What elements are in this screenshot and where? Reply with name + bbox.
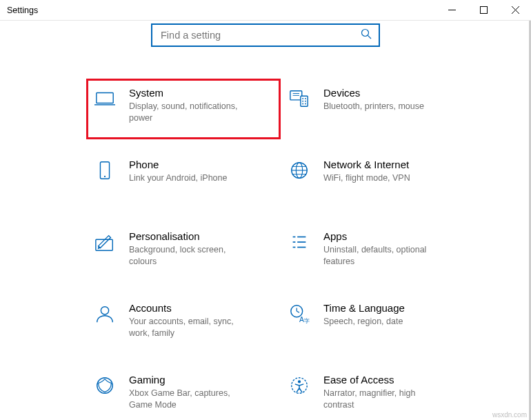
svg-rect-11 — [301, 96, 308, 106]
footer-source: wsxdn.com — [492, 411, 527, 419]
tile-title: System — [129, 87, 275, 99]
globe-icon — [288, 156, 311, 206]
tile-gaming[interactable]: Gaming Xbox Game Bar, captures, Game Mod… — [86, 366, 281, 420]
tile-devices[interactable]: Devices Bluetooth, printers, mouse — [281, 79, 475, 139]
tile-title: Devices — [323, 87, 470, 99]
tile-title: Phone — [129, 159, 275, 170]
svg-point-4 — [362, 30, 369, 37]
tile-desc: Uninstall, defaults, optional features — [323, 244, 441, 268]
search-wrap — [0, 23, 531, 47]
svg-text:字: 字 — [304, 318, 310, 324]
minimize-icon — [448, 6, 456, 14]
system-icon — [93, 84, 117, 134]
tile-desc: Display, sound, notifications, power — [129, 101, 246, 124]
tile-desc: WiFi, flight mode, VPN — [323, 172, 441, 184]
maximize-button[interactable] — [468, 0, 499, 21]
paintbrush-icon — [93, 228, 117, 277]
tile-desc: Your accounts, email, sync, work, family — [129, 316, 246, 339]
close-icon — [512, 6, 519, 14]
svg-line-5 — [368, 35, 371, 39]
settings-grid: System Display, sound, notifications, po… — [0, 79, 531, 420]
search-icon — [361, 28, 372, 42]
tile-network[interactable]: Network & Internet WiFi, flight mode, VP… — [281, 150, 475, 211]
svg-point-15 — [305, 101, 306, 102]
svg-line-35 — [297, 311, 299, 312]
tile-title: Apps — [323, 230, 470, 242]
svg-point-13 — [305, 98, 306, 99]
tile-title: Time & Language — [323, 302, 470, 314]
svg-point-17 — [305, 103, 306, 105]
tile-ease-of-access[interactable]: Ease of Access Narrator, magnifier, high… — [281, 366, 475, 420]
tile-title: Personalisation — [129, 230, 275, 242]
tile-time-language[interactable]: A字 Time & Language Speech, region, date — [281, 294, 475, 354]
time-language-icon: A字 — [288, 299, 311, 349]
tile-accounts[interactable]: Accounts Your accounts, email, sync, wor… — [86, 294, 281, 354]
tile-apps[interactable]: Apps Uninstall, defaults, optional featu… — [281, 222, 475, 283]
tile-title: Network & Internet — [323, 159, 470, 170]
tile-title: Gaming — [129, 374, 275, 386]
tile-desc: Bluetooth, printers, mouse — [323, 101, 441, 112]
tile-phone[interactable]: Phone Link your Android, iPhone — [86, 150, 281, 211]
apps-icon — [288, 228, 311, 277]
svg-point-16 — [302, 103, 303, 105]
tile-title: Ease of Access — [323, 374, 470, 386]
tile-desc: Narrator, magnifier, high contrast — [323, 388, 441, 411]
tile-personalisation[interactable]: Personalisation Background, lock screen,… — [86, 222, 281, 283]
devices-icon — [288, 84, 311, 134]
svg-point-19 — [104, 176, 106, 177]
window-title: Settings — [0, 6, 38, 15]
tile-desc: Xbox Game Bar, captures, Game Mode — [129, 388, 246, 411]
svg-point-32 — [101, 307, 108, 314]
svg-point-12 — [302, 98, 303, 99]
titlebar: Settings — [0, 0, 531, 21]
svg-point-38 — [97, 378, 113, 394]
search-input[interactable] — [159, 29, 361, 41]
svg-point-40 — [298, 380, 301, 383]
svg-rect-6 — [97, 93, 113, 103]
person-icon — [93, 299, 117, 349]
accessibility-icon — [288, 371, 311, 420]
close-button[interactable] — [499, 0, 531, 21]
tile-system[interactable]: System Display, sound, notifications, po… — [86, 79, 281, 139]
settings-content: System Display, sound, notifications, po… — [0, 21, 531, 420]
tile-desc: Background, lock screen, colours — [129, 244, 246, 268]
tile-title: Accounts — [129, 302, 275, 314]
minimize-button[interactable] — [436, 0, 468, 21]
maximize-icon — [480, 6, 488, 14]
svg-rect-1 — [480, 7, 487, 14]
tile-desc: Link your Android, iPhone — [129, 172, 246, 184]
search-box[interactable] — [151, 23, 380, 47]
svg-point-14 — [302, 101, 303, 102]
gaming-icon — [93, 371, 117, 420]
tile-desc: Speech, region, date — [323, 316, 441, 328]
phone-icon — [93, 156, 117, 206]
